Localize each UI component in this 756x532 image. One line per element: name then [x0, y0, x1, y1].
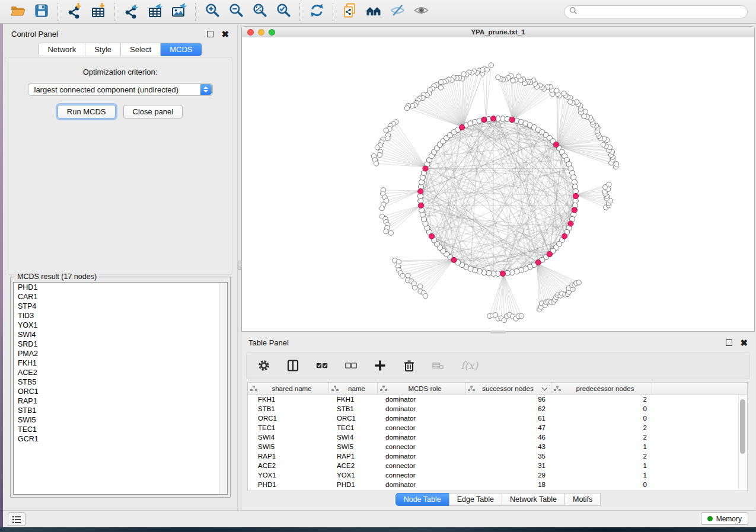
table-toolbar: f(x) — [246, 352, 750, 379]
table-tab[interactable]: Network Table — [502, 493, 565, 506]
mcds-result-item[interactable]: PMA2 — [14, 349, 227, 358]
import-table-button[interactable] — [87, 2, 110, 22]
column-header[interactable]: predecessor nodes — [551, 383, 652, 394]
table-row[interactable]: FKH1 FKH1 dominator 96 2 — [248, 395, 747, 404]
horizontal-splitter-handle[interactable] — [490, 331, 506, 334]
table-scrollbar-thumb[interactable] — [740, 399, 745, 454]
close-window-button[interactable] — [247, 29, 254, 36]
memory-label: Memory — [716, 515, 742, 523]
close-panel-icon[interactable]: ✖ — [221, 31, 229, 37]
table-tab[interactable]: Edge Table — [449, 493, 502, 506]
column-header[interactable]: name — [329, 383, 378, 394]
export-image-icon — [171, 2, 187, 21]
delete-icon[interactable] — [403, 359, 416, 372]
table-tab[interactable]: Node Table — [395, 493, 449, 506]
vertical-splitter[interactable] — [237, 25, 241, 511]
task-history-button[interactable] — [8, 512, 25, 526]
zoom-in-icon — [205, 2, 221, 21]
mcds-result-item[interactable]: SRD1 — [14, 339, 227, 349]
mcds-result-list[interactable]: PHD1CAR1STP4TID3YOX1SWI4SRD1PMA2FKH1ACE2… — [13, 282, 228, 495]
zoom-fit-button[interactable] — [248, 2, 272, 22]
show-columns-icon[interactable] — [286, 359, 299, 372]
export-table-button[interactable] — [143, 2, 167, 22]
memory-button[interactable]: Memory — [701, 512, 748, 525]
control-panel-tab[interactable]: Network — [39, 43, 85, 56]
mcds-result-item[interactable]: CAR1 — [14, 292, 227, 302]
mcds-result-item[interactable]: SWI4 — [14, 330, 227, 339]
table-row[interactable]: PHD1 PHD1 dominator 18 0 — [248, 480, 747, 489]
mcds-result-item[interactable]: TEC1 — [14, 425, 227, 434]
open-file-icon — [10, 3, 25, 21]
mcds-result-item[interactable]: STB5 — [14, 377, 227, 387]
minimize-window-button[interactable] — [258, 29, 264, 36]
zoom-out-button[interactable] — [224, 2, 248, 22]
table-row[interactable]: YOX1 YOX1 connector 29 1 — [248, 470, 747, 480]
select-all-icon[interactable] — [315, 359, 328, 372]
column-header[interactable]: shared name — [248, 383, 329, 394]
add-icon[interactable] — [374, 359, 387, 372]
mcds-result-item[interactable]: ACE2 — [14, 368, 227, 377]
float-table-panel-icon[interactable] — [726, 339, 732, 346]
node-table: shared name name MCDS role successor nod… — [247, 382, 748, 491]
zoom-selected-button[interactable] — [272, 2, 295, 22]
mcds-result-item[interactable]: STB1 — [14, 406, 227, 415]
table-row[interactable]: RAP1 RAP1 dominator 35 2 — [248, 451, 747, 461]
export-network-button[interactable] — [120, 2, 143, 22]
mcds-result-item[interactable]: SWI5 — [14, 415, 227, 425]
mcds-result-item[interactable]: GCR1 — [14, 434, 227, 444]
criterion-dropdown[interactable]: largest connected component (undirected) — [28, 83, 213, 96]
mcds-result-item[interactable]: FKH1 — [14, 358, 227, 368]
table-tab[interactable]: Motifs — [564, 493, 601, 506]
zoom-in-button[interactable] — [200, 2, 224, 22]
mcds-result-item[interactable]: PHD1 — [14, 283, 227, 292]
mcds-result-item[interactable]: RAP1 — [14, 396, 227, 406]
network-canvas[interactable] — [242, 37, 754, 331]
table-scrollbar[interactable] — [738, 395, 747, 489]
control-panel-tab[interactable]: Select — [120, 43, 160, 56]
toolbar-separator — [58, 3, 59, 21]
apply-layout-icon — [309, 2, 325, 21]
show-all-button[interactable] — [409, 2, 433, 22]
save-session-icon — [34, 3, 49, 21]
function-builder-icon[interactable]: f(x) — [461, 360, 478, 371]
gear-icon[interactable] — [257, 359, 270, 372]
new-network-from-selection-button[interactable] — [338, 2, 362, 22]
control-panel-tab[interactable]: Style — [85, 43, 120, 56]
table-row[interactable]: STB1 STB1 dominator 62 0 — [248, 404, 747, 414]
deselect-all-icon[interactable] — [344, 359, 358, 372]
column-header[interactable]: MCDS role — [378, 383, 465, 394]
mcds-result-item[interactable]: ORC1 — [14, 387, 227, 396]
open-file-button[interactable] — [6, 2, 30, 22]
node-table-header: shared name name MCDS role successor nod… — [248, 383, 747, 395]
save-session-button[interactable] — [30, 2, 53, 22]
column-header[interactable]: successor nodes — [465, 383, 551, 394]
table-row[interactable]: SWI5 SWI5 connector 43 1 — [248, 442, 747, 451]
search-input[interactable] — [578, 7, 742, 17]
network-window-titlebar[interactable]: YPA_prune.txt_1 — [242, 27, 754, 38]
mcds-result-item[interactable]: YOX1 — [14, 321, 227, 330]
table-row[interactable]: SWI4 SWI4 dominator 46 2 — [248, 432, 747, 442]
float-panel-icon[interactable] — [207, 31, 213, 37]
delete-column-icon[interactable] — [432, 359, 445, 372]
mcds-result-item[interactable]: TID3 — [14, 311, 227, 321]
export-network-icon — [123, 2, 140, 21]
hide-selected-button[interactable] — [385, 2, 409, 22]
import-network-button[interactable] — [63, 2, 87, 22]
mcds-result-item[interactable]: STP4 — [14, 302, 227, 311]
new-network-from-selection-icon — [342, 2, 358, 21]
control-panel-tab[interactable]: MCDS — [160, 43, 201, 56]
apply-layout-button[interactable] — [305, 2, 328, 22]
mcds-list-scrollbar[interactable] — [219, 283, 227, 494]
toolbar-separator — [114, 3, 116, 21]
close-table-panel-icon[interactable]: ✖ — [740, 340, 748, 345]
export-image-button[interactable] — [167, 2, 191, 22]
first-neighbors-button[interactable] — [362, 2, 385, 22]
close-panel-button[interactable]: Close panel — [123, 105, 183, 118]
table-row[interactable]: ACE2 ACE2 connector 31 1 — [248, 461, 747, 470]
network-window[interactable]: YPA_prune.txt_1 — [241, 26, 755, 332]
maximize-window-button[interactable] — [269, 29, 275, 36]
search-icon — [569, 7, 578, 17]
table-row[interactable]: ORC1 ORC1 dominator 61 0 — [248, 414, 747, 423]
table-row[interactable]: TEC1 TEC1 connector 47 2 — [248, 423, 747, 432]
run-mcds-button[interactable]: Run MCDS — [58, 105, 116, 118]
